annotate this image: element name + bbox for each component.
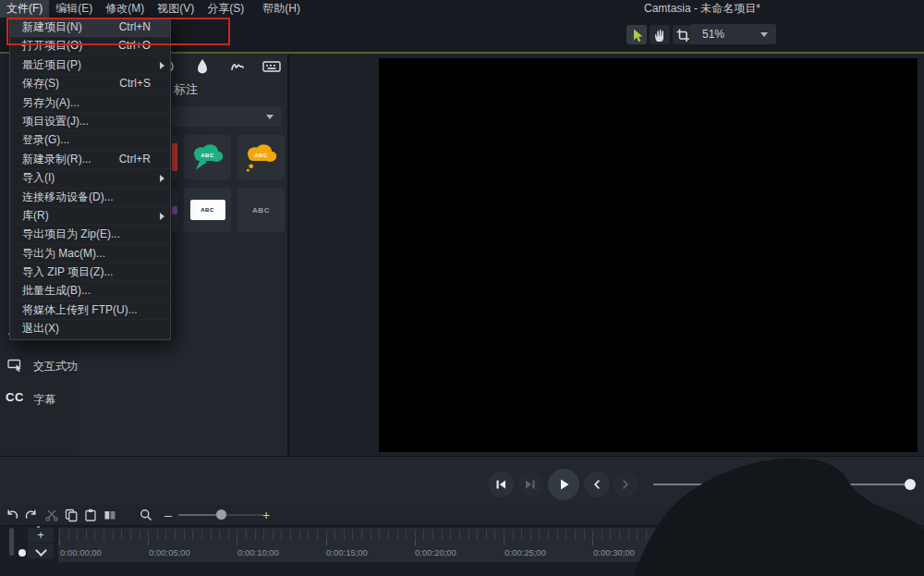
- menu-item-upload-ftp[interactable]: 将媒体上传到 FTP(U)...: [10, 301, 170, 320]
- camtasia-window: 文件(F) 编辑(E) 修改(M) 视图(V) 分享(S) 帮助(H) Camt…: [0, 0, 924, 576]
- step-forward-button[interactable]: [517, 472, 543, 497]
- magnifier-icon[interactable]: [139, 508, 153, 522]
- menu-item-new-project[interactable]: 新建项目(N) Ctrl+N: [10, 18, 170, 37]
- panel-title: 标注: [174, 81, 198, 98]
- menu-item-label: 新建项目(N): [22, 20, 82, 33]
- add-track-button[interactable]: +: [28, 528, 54, 543]
- redo-button[interactable]: [24, 508, 39, 522]
- chevron-right-icon: [618, 477, 633, 492]
- play-button[interactable]: [548, 469, 579, 500]
- menu-item-label: 登录(G)...: [22, 133, 69, 146]
- crop-icon: [675, 28, 690, 43]
- menu-item-label: 导入 ZIP 项目(Z)...: [22, 265, 113, 278]
- blur-tab[interactable]: [191, 55, 213, 78]
- menubar-view[interactable]: 视图(V): [151, 0, 201, 18]
- cut-button[interactable]: [44, 508, 59, 522]
- menu-item-shortcut: Ctrl+S: [119, 75, 151, 92]
- menu-item-library[interactable]: 库(R): [10, 207, 170, 226]
- chevron-down-icon: [760, 32, 768, 37]
- menu-item-project-settings[interactable]: 项目设置(J)...: [10, 113, 170, 131]
- split-button[interactable]: [103, 508, 117, 522]
- track-scroll-bar[interactable]: [9, 528, 14, 556]
- menu-item-save-as[interactable]: 另存为(A)...: [10, 94, 170, 113]
- ruler-timestamp: 0:00:10;00: [237, 547, 279, 558]
- callout-tile-thought-cloud[interactable]: ABC: [237, 135, 285, 179]
- menu-item-import-zip[interactable]: 导入 ZIP 项目(Z)...: [10, 263, 170, 282]
- timeline-zoom-slider-fill: [178, 514, 222, 516]
- timeline-toolbar: – +: [0, 505, 924, 525]
- menu-item-open-project[interactable]: 打开项目(O) Ctrl+O: [10, 37, 170, 55]
- timeline: + 0:00:00;00 0:00:05;00 0:00:10;00 0:00:…: [0, 525, 924, 576]
- menu-item-label: 保存(S): [22, 77, 59, 90]
- timeline-zoom-in-button[interactable]: +: [262, 505, 270, 525]
- ruler-timestamp: 0:00:15;00: [326, 547, 368, 558]
- submenu-arrow-icon: [160, 213, 164, 220]
- sidebar-item-label: 字幕: [33, 392, 55, 408]
- callout-tile-speech-cloud[interactable]: ABC: [184, 135, 231, 179]
- next-button[interactable]: [613, 472, 638, 497]
- callout-label: ABC: [184, 153, 231, 158]
- collapse-tracks-button[interactable]: [28, 544, 54, 558]
- menu-item-label: 打开项目(O): [22, 39, 82, 52]
- select-tool-button[interactable]: [626, 25, 647, 44]
- pan-tool-button[interactable]: [650, 25, 670, 44]
- menubar-share[interactable]: 分享(S): [201, 0, 250, 18]
- preview-zoom-slider-handle[interactable]: [905, 479, 916, 490]
- preview-zoom-slider[interactable]: [653, 484, 910, 485]
- menu-item-recent-projects[interactable]: 最近项目(P): [10, 56, 170, 75]
- sidebar-item-captions[interactable]: CC 字幕: [0, 388, 79, 411]
- menu-item-batch-production[interactable]: 批量生成(B)...: [10, 282, 170, 300]
- timeline-zoom-slider-handle[interactable]: [216, 509, 226, 520]
- cc-icon: CC: [6, 390, 24, 404]
- timeline-zoom-out-button[interactable]: –: [164, 505, 172, 525]
- menubar-file[interactable]: 文件(F): [0, 0, 49, 18]
- callout-label: ABC: [184, 207, 231, 213]
- playback-bar: [0, 456, 924, 505]
- sidebar-item-interactivity[interactable]: 交互式功能: [0, 355, 79, 377]
- menubar-help[interactable]: 帮助(H): [256, 0, 307, 18]
- squiggle-icon: [229, 59, 246, 74]
- video-canvas[interactable]: [379, 58, 918, 452]
- ruler-timestamp: 0:00:20;00: [415, 547, 456, 558]
- copy-button[interactable]: [64, 508, 79, 522]
- menu-item-label: 导出项目为 Zip(E)...: [22, 227, 120, 240]
- ruler-timestamp: 0:00:30;00: [593, 547, 635, 558]
- keystroke-tab[interactable]: [261, 55, 283, 78]
- menu-item-label: 连接移动设备(D)...: [22, 190, 114, 203]
- menubar-modify[interactable]: 修改(M): [99, 0, 151, 18]
- menu-item-new-recording[interactable]: 新建录制(R)... Ctrl+R: [10, 151, 170, 169]
- previous-button[interactable]: [584, 472, 610, 497]
- submenu-arrow-icon: [160, 62, 164, 69]
- callout-tile-plain-text[interactable]: ABC: [237, 188, 285, 232]
- callout-label: ABC: [237, 206, 285, 214]
- paste-button[interactable]: [83, 508, 98, 522]
- menu-item-save[interactable]: 保存(S) Ctrl+S: [10, 75, 170, 93]
- sketch-motion-tab[interactable]: [226, 55, 249, 78]
- window-title: Camtasia - 未命名项目*: [596, 0, 808, 18]
- menu-item-export-zip[interactable]: 导出项目为 Zip(E)...: [10, 226, 170, 244]
- callout-tile-text-box[interactable]: ABC: [184, 188, 231, 232]
- step-back-icon: [493, 477, 508, 492]
- menu-item-label: 新建录制(R)...: [22, 153, 91, 165]
- undo-button[interactable]: [5, 508, 19, 522]
- file-menu: 新建项目(N) Ctrl+N 打开项目(O) Ctrl+O 最近项目(P) 保存…: [9, 18, 171, 340]
- menu-item-label: 将媒体上传到 FTP(U)...: [22, 303, 138, 316]
- step-back-button[interactable]: [488, 472, 514, 497]
- menu-item-import[interactable]: 导入(I): [10, 169, 170, 188]
- menu-item-label: 退出(X): [22, 322, 59, 335]
- menu-item-label: 批量生成(B)...: [22, 284, 91, 297]
- canvas-zoom-dropdown[interactable]: 51%: [690, 24, 776, 44]
- menu-item-label: 导入(I): [22, 171, 55, 184]
- menu-item-shortcut: Ctrl+R: [119, 151, 151, 168]
- timeline-ruler[interactable]: 0:00:00;00 0:00:05;00 0:00:10;00 0:00:15…: [58, 528, 924, 562]
- hand-icon: [652, 28, 667, 43]
- menu-item-exit[interactable]: 退出(X): [10, 320, 170, 338]
- menu-item-shortcut: Ctrl+O: [118, 37, 151, 55]
- menu-item-sign-in[interactable]: 登录(G)...: [10, 131, 170, 150]
- menu-bar: 文件(F) 编辑(E) 修改(M) 视图(V) 分享(S) 帮助(H): [0, 0, 307, 18]
- menu-item-connect-mobile-device[interactable]: 连接移动设备(D)...: [10, 189, 170, 207]
- menubar-edit[interactable]: 编辑(E): [49, 0, 99, 18]
- menu-item-export-mac[interactable]: 导出为 Mac(M)...: [10, 245, 170, 263]
- menu-item-label: 导出为 Mac(M)...: [22, 247, 105, 260]
- playhead-dot[interactable]: [18, 549, 26, 557]
